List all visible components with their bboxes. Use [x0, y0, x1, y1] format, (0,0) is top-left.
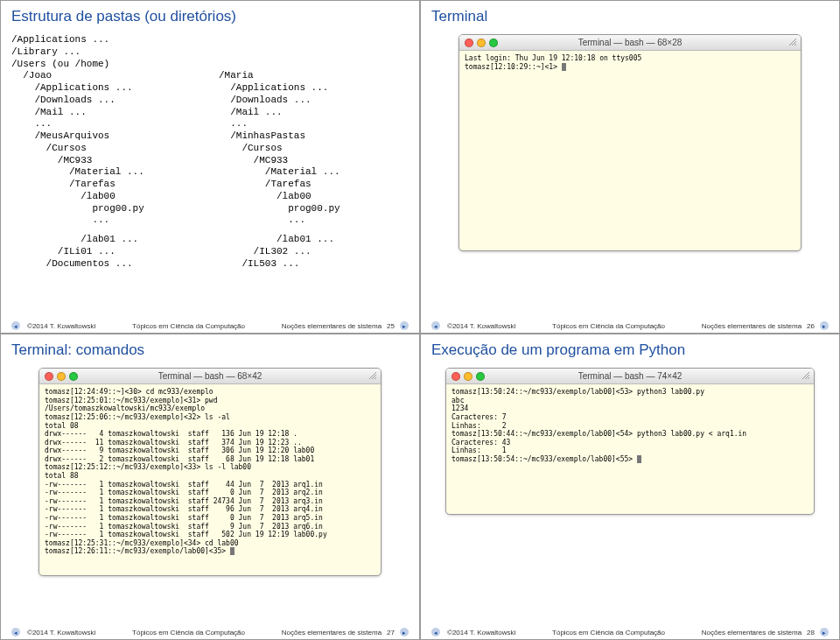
- slide-title: Estrutura de pastas (ou diretórios): [11, 8, 409, 25]
- prev-icon[interactable]: ◂: [11, 321, 20, 330]
- slide-number: 27: [387, 629, 395, 636]
- footer-mid: Tópicos em Ciência da Computação: [132, 629, 245, 636]
- footer-copy: ©2014 T. Kowaltowski: [27, 629, 95, 636]
- footer-mid: Tópicos em Ciência da Computação: [132, 322, 245, 330]
- cursor-icon: [562, 63, 566, 71]
- zoom-icon[interactable]: [476, 372, 485, 381]
- prev-icon[interactable]: ◂: [431, 628, 440, 636]
- footer-right: Noções elementares de sistema: [282, 629, 382, 636]
- slide-26: Terminal Terminal — bash — 68×28 Last lo…: [420, 0, 840, 334]
- slide-footer: ◂ ©2014 T. Kowaltowski Tópicos em Ciênci…: [431, 628, 829, 636]
- terminal-body[interactable]: tomasz[13:50:24::~/mc933/exemplo/lab00]<…: [446, 384, 814, 514]
- footer-right: Noções elementares de sistema: [702, 322, 802, 330]
- terminal-window: Terminal — bash — 74×42 tomasz[13:50:24:…: [445, 368, 815, 515]
- terminal-window: Terminal — bash — 68×28 Last login: Thu …: [458, 34, 802, 251]
- next-icon[interactable]: ▸: [820, 321, 829, 330]
- folder-tree-bottom: /lab01 ... /ILi01 ... /Documentos ... /l…: [11, 234, 409, 270]
- terminal-titlebar: Terminal — bash — 68×42: [39, 369, 381, 384]
- cursor-icon: [230, 547, 234, 555]
- terminal-body[interactable]: Last login: Thu Jun 19 12:10:18 on ttys0…: [459, 51, 801, 250]
- close-icon[interactable]: [45, 372, 53, 381]
- zoom-icon[interactable]: [489, 39, 498, 47]
- slide-title: Terminal: comandos: [11, 341, 409, 359]
- slide-title: Execução de um programa em Python: [431, 341, 829, 359]
- slide-25: Estrutura de pastas (ou diretórios) /App…: [0, 0, 420, 334]
- slide-footer: ◂ ©2014 T. Kowaltowski Tópicos em Ciênci…: [11, 628, 409, 636]
- footer-mid: Tópicos em Ciência da Computação: [552, 629, 665, 636]
- folder-tree: /Applications ... /Library ... /Users (o…: [11, 34, 409, 227]
- next-icon[interactable]: ▸: [820, 628, 829, 636]
- slide-footer: ◂ ©2014 T. Kowaltowski Tópicos em Ciênci…: [11, 321, 409, 330]
- minimize-icon[interactable]: [464, 372, 472, 381]
- terminal-title: Terminal — bash — 68×28: [459, 38, 801, 47]
- tree-right: /Maria /Applications ... /Downloads ... …: [219, 34, 409, 227]
- footer-right: Noções elementares de sistema: [282, 322, 382, 330]
- prev-icon[interactable]: ◂: [11, 628, 20, 636]
- footer-right: Noções elementares de sistema: [702, 629, 802, 636]
- slide-footer: ◂ ©2014 T. Kowaltowski Tópicos em Ciênci…: [431, 321, 829, 330]
- terminal-title: Terminal — bash — 68×42: [39, 371, 381, 381]
- terminal-body[interactable]: tomasz[12:24:49::~]<30> cd mc933/exemplo…: [39, 384, 381, 575]
- terminal-window: Terminal — bash — 68×42 tomasz[12:24:49:…: [38, 368, 382, 576]
- minimize-icon[interactable]: [477, 39, 486, 47]
- close-icon[interactable]: [452, 372, 460, 381]
- resize-icon: [368, 371, 377, 380]
- slide-title: Terminal: [431, 8, 829, 25]
- terminal-titlebar: Terminal — bash — 68×28: [459, 35, 801, 51]
- footer-mid: Tópicos em Ciência da Computação: [552, 322, 665, 330]
- terminal-titlebar: Terminal — bash — 74×42: [446, 369, 814, 384]
- resize-icon: [788, 38, 797, 46]
- terminal-text: Last login: Thu Jun 19 12:10:18 on ttys0…: [465, 54, 641, 71]
- terminal-text: tomasz[12:24:49::~]<30> cd mc933/exemplo…: [45, 388, 327, 555]
- tree-bottom-left: /lab01 ... /ILi01 ... /Documentos ...: [11, 234, 201, 270]
- next-icon[interactable]: ▸: [400, 321, 409, 330]
- footer-copy: ©2014 T. Kowaltowski: [447, 629, 515, 636]
- minimize-icon[interactable]: [57, 372, 66, 381]
- terminal-text: tomasz[13:50:24::~/mc933/exemplo/lab00]<…: [452, 388, 746, 463]
- resize-icon: [802, 371, 810, 380]
- terminal-title: Terminal — bash — 74×42: [446, 371, 814, 381]
- close-icon[interactable]: [465, 39, 473, 47]
- cursor-icon: [637, 455, 641, 463]
- footer-copy: ©2014 T. Kowaltowski: [447, 322, 515, 330]
- zoom-icon[interactable]: [69, 372, 78, 381]
- slide-number: 28: [807, 629, 815, 636]
- next-icon[interactable]: ▸: [400, 628, 409, 636]
- slide-28: Execução de um programa em Python Termin…: [420, 334, 840, 640]
- prev-icon[interactable]: ◂: [431, 321, 440, 330]
- slide-27: Terminal: comandos Terminal — bash — 68×…: [0, 334, 420, 640]
- slide-number: 25: [387, 322, 395, 330]
- footer-copy: ©2014 T. Kowaltowski: [27, 322, 95, 330]
- tree-left: /Applications ... /Library ... /Users (o…: [11, 34, 201, 227]
- tree-bottom-right: /lab01 ... /IL302 ... /IL503 ...: [219, 234, 409, 270]
- slide-number: 26: [807, 322, 815, 330]
